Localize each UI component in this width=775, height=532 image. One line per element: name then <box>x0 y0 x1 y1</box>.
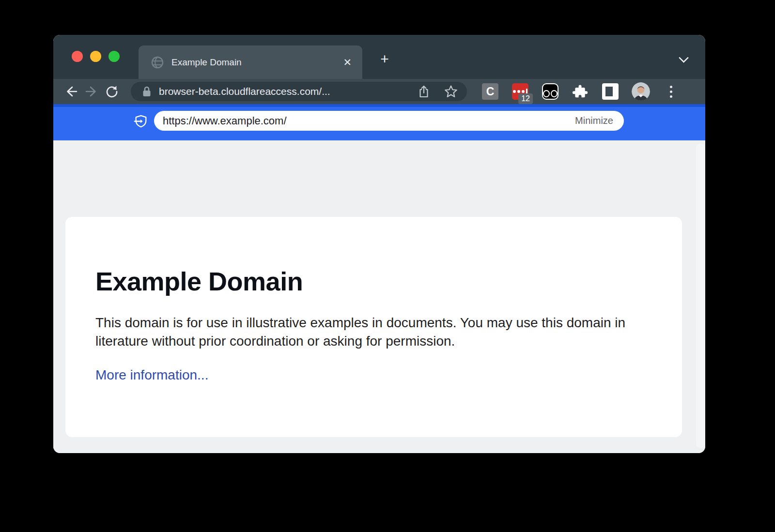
extension-lastpass-button[interactable]: 12 <box>512 83 529 100</box>
browser-toolbar: browser-beta.cloudflareaccess.com/... C <box>53 79 705 104</box>
back-arrow-icon <box>64 85 78 98</box>
tab-close-icon[interactable]: ✕ <box>343 57 352 67</box>
browser-window: Example Domain ✕ + <box>53 35 705 453</box>
tab-title: Example Domain <box>171 57 343 68</box>
kebab-menu-icon <box>670 86 672 88</box>
camera-lenses-icon <box>542 83 558 100</box>
page-title: Example Domain <box>95 266 652 296</box>
extension-badge-count: 12 <box>518 93 533 104</box>
forward-arrow-icon <box>85 85 98 98</box>
back-button[interactable] <box>61 81 81 102</box>
extensions-menu-button[interactable] <box>572 83 589 100</box>
minimize-button[interactable]: Minimize <box>575 115 613 126</box>
page-viewport: Example Domain This domain is for use in… <box>53 140 705 453</box>
example-domain-card: Example Domain This domain is for use in… <box>65 217 682 437</box>
profile-avatar[interactable] <box>632 82 650 101</box>
isolated-url: https://www.example.com/ <box>163 115 575 127</box>
browser-menu-button[interactable] <box>664 86 678 98</box>
side-panel-icon <box>602 83 619 100</box>
avatar-photo <box>632 82 650 101</box>
extensions-row: C 12 <box>481 83 619 100</box>
extension-c-button[interactable]: C <box>481 83 499 100</box>
share-button[interactable] <box>417 84 431 99</box>
extension-camera-button[interactable] <box>542 83 559 100</box>
tab-search-chevron-button[interactable] <box>680 54 690 64</box>
reload-button[interactable] <box>102 81 122 102</box>
lock-icon[interactable] <box>141 86 152 97</box>
address-bar[interactable]: browser-beta.cloudflareaccess.com/... <box>131 82 467 101</box>
extension-c-icon: C <box>482 83 498 100</box>
more-information-link[interactable]: More information... <box>95 367 208 383</box>
puzzle-piece-icon <box>573 84 588 99</box>
shield-arrow-icon <box>134 114 148 129</box>
side-panel-button[interactable] <box>602 83 619 100</box>
isolation-bar: https://www.example.com/ Minimize <box>53 104 705 140</box>
share-icon <box>417 85 431 98</box>
address-bar-url: browser-beta.cloudflareaccess.com/... <box>159 86 417 97</box>
window-controls <box>72 51 120 62</box>
reload-icon <box>105 85 119 98</box>
vertical-scrollbar[interactable] <box>696 143 705 448</box>
tab-strip: Example Domain ✕ + <box>53 35 705 79</box>
tab-example-domain[interactable]: Example Domain ✕ <box>139 46 362 79</box>
chevron-down-icon <box>679 53 689 63</box>
screen: Example Domain ✕ + <box>0 0 775 532</box>
bookmark-button[interactable] <box>444 84 458 99</box>
star-icon <box>444 84 458 99</box>
minimize-window-button[interactable] <box>90 51 101 62</box>
isolated-url-field[interactable]: https://www.example.com/ Minimize <box>154 111 624 131</box>
globe-favicon-icon <box>151 56 164 69</box>
forward-button[interactable] <box>81 81 102 102</box>
page-body-text: This domain is for use in illustrative e… <box>95 314 652 350</box>
close-window-button[interactable] <box>72 51 83 62</box>
zoom-window-button[interactable] <box>108 51 120 62</box>
new-tab-button[interactable]: + <box>375 49 394 69</box>
